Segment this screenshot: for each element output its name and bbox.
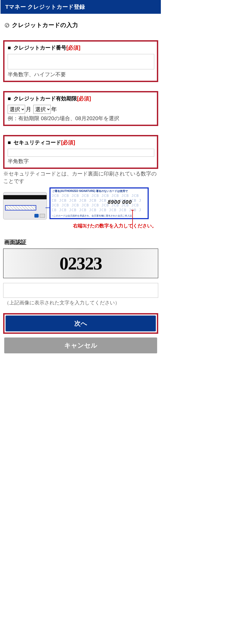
card-number-group: ■ クレジットカード番号[必須] 半角数字、ハイフン不要 bbox=[3, 40, 158, 82]
signature-strip-zoom: ご署名(AUTHORIZED SIGNATURE) 署名のないカードは使用で J… bbox=[49, 187, 149, 219]
expiry-helper: 例：有効期限 08/20の場合、08月2020年を選択 bbox=[8, 115, 154, 122]
cvv-red-note: 右端3けたの数字を入力してください。 bbox=[1, 222, 161, 238]
expiry-year-select[interactable]: 選択 bbox=[33, 105, 51, 114]
captcha-title: 画面認証 bbox=[1, 238, 161, 249]
card-number-label-row: ■ クレジットカード番号[必須] bbox=[8, 44, 154, 51]
cvv-group: ■ セキュリティコード[必須] 半角数字 bbox=[3, 135, 158, 169]
captcha-helper: （上記画像に表示された文字を入力してください） bbox=[1, 299, 161, 313]
square-bullet-icon: ■ bbox=[8, 139, 11, 145]
year-suffix: 年 bbox=[51, 106, 57, 113]
zoom-header-text: ご署名(AUTHORIZED SIGNATURE) 署名のないカードは使用で bbox=[51, 188, 148, 193]
cvv-label-row: ■ セキュリティコード[必須] bbox=[8, 139, 154, 146]
captcha-input[interactable] bbox=[3, 283, 158, 298]
month-suffix: 月 bbox=[26, 106, 31, 113]
expiry-group: ■ クレジットカード有効期限[必須] 選択 月 選択 年 例：有効期限 08/2… bbox=[3, 91, 158, 126]
page-header: Tマネー クレジットカード登録 bbox=[1, 0, 161, 14]
card-number-input[interactable] bbox=[8, 54, 154, 69]
cvv-label: セキュリティコード bbox=[13, 139, 61, 145]
required-tag: [必須] bbox=[77, 96, 91, 101]
card-back-illustration: ご署名(AUTHORIZED SIGNATURE) 署名のないカードは使用で J… bbox=[1, 187, 161, 222]
section-title: クレジットカードの入力 bbox=[12, 21, 78, 29]
signature-strip-highlight bbox=[5, 205, 36, 210]
expiry-inputs-row: 選択 月 選択 年 bbox=[8, 105, 154, 114]
cvv-sample-digits: 8900 000 bbox=[108, 199, 132, 205]
square-bullet-icon: ■ bbox=[8, 45, 11, 51]
expiry-month-select[interactable]: 選択 bbox=[8, 105, 25, 114]
callout-pointer-line bbox=[132, 210, 133, 229]
captcha-image: 02323 bbox=[3, 249, 158, 278]
card-number-helper: 半角数字、ハイフン不要 bbox=[8, 71, 154, 78]
square-bullet-icon: ■ bbox=[8, 96, 11, 101]
page-title: Tマネー クレジットカード登録 bbox=[5, 4, 85, 10]
next-button[interactable]: 次へ bbox=[6, 316, 156, 331]
card-number-label: クレジットカード番号 bbox=[13, 45, 66, 51]
jcb-pattern-background: JCB JCB JCB JCB JCB JCB JCB JCB JCBCB JC… bbox=[51, 193, 148, 212]
double-circle-icon bbox=[5, 23, 9, 28]
magnetic-stripe-icon bbox=[3, 195, 47, 199]
card-logo-icon bbox=[40, 214, 45, 218]
card-back-thumbnail bbox=[3, 192, 47, 219]
zoom-footer-text: ○このカードは会員規約を承認され、会員署名欄に署名された会員ご本人以 bbox=[52, 214, 146, 218]
cvv-helper: 半角数字 bbox=[8, 158, 154, 165]
required-tag: [必須] bbox=[66, 45, 80, 51]
next-button-highlight: 次へ bbox=[3, 313, 158, 334]
card-brand-icon bbox=[34, 214, 39, 218]
cvv-input[interactable] bbox=[8, 149, 154, 157]
captcha-text: 02323 bbox=[59, 253, 102, 274]
required-tag: [必須] bbox=[61, 139, 75, 145]
cvv-explanation: ※セキュリティコードとは、カード裏面に印刷されている数字のことです bbox=[1, 170, 161, 185]
cancel-button[interactable]: キャンセル bbox=[4, 337, 157, 353]
section-title-row: クレジットカードの入力 bbox=[1, 21, 161, 29]
expiry-label: クレジットカード有効期限 bbox=[13, 96, 77, 101]
expiry-label-row: ■ クレジットカード有効期限[必須] bbox=[8, 95, 154, 102]
